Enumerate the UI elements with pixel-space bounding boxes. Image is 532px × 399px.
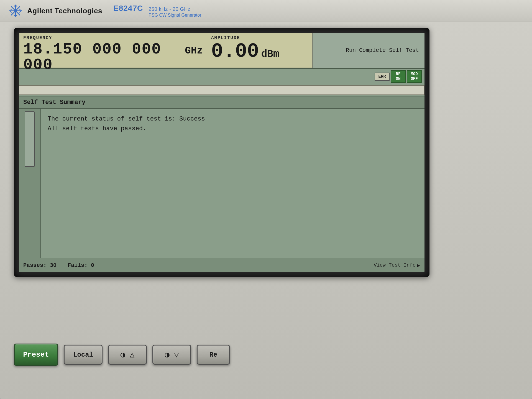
amplitude-unit: dBm	[261, 48, 279, 60]
preset-button[interactable]: Preset	[14, 344, 58, 366]
logo-area: Agilent Technologies	[8, 4, 102, 18]
frequency-unit: GHz	[185, 45, 203, 57]
view-test-label: View Test Info	[374, 262, 416, 268]
section-title-bar: Self Test Summary	[19, 96, 424, 109]
agilent-logo-icon	[8, 4, 23, 18]
section-title: Self Test Summary	[23, 99, 85, 106]
instrument-body: Agilent Technologies E8247C 250 kHz - 20…	[0, 0, 532, 399]
frequency-display: FREQUENCY 18.150 000 000 000 GHz	[19, 33, 207, 68]
model-description: PSG CW Signal Generator	[149, 13, 201, 18]
view-test-info-button[interactable]: View Test Info ▶	[374, 262, 420, 269]
model-number: E8247C	[113, 4, 143, 13]
err-button[interactable]: ERR	[375, 73, 390, 81]
screen-bottom-bar: Passes: 30 Fails: 0 View Test Info ▶	[19, 258, 424, 272]
amplitude-value: 0.00	[211, 42, 259, 62]
re-button[interactable]: Re	[197, 345, 230, 365]
model-freq-range: 250 kHz - 20 GHz	[149, 6, 201, 12]
frequency-value: 18.150 000 000 000	[23, 42, 183, 73]
header-bar: Agilent Technologies E8247C 250 kHz - 20…	[0, 0, 532, 22]
brightness-up-icon: ◑ △	[121, 350, 135, 359]
rf-on-button[interactable]: RF ON	[391, 70, 406, 83]
frequency-label: FREQUENCY	[23, 35, 203, 40]
scroll-panel	[19, 109, 41, 258]
view-test-arrow-icon: ▶	[417, 262, 420, 269]
input-bar	[19, 85, 424, 95]
svg-point-12	[14, 9, 17, 12]
content-main: The current status of self test is: Succ…	[41, 109, 424, 258]
self-test-status-line1: The current status of self test is: Succ…	[48, 114, 418, 124]
screen-display: FREQUENCY 18.150 000 000 000 GHz AMPLITU…	[19, 33, 424, 272]
screen-content: The current status of self test is: Succ…	[19, 109, 424, 258]
fails-count: Fails: 0	[68, 262, 94, 268]
softkey-top-area: Run Complete Self Test	[313, 33, 424, 68]
company-name: Agilent Technologies	[27, 7, 102, 15]
screen-top-row: FREQUENCY 18.150 000 000 000 GHz AMPLITU…	[19, 33, 424, 69]
front-panel: Preset Local ◑ △ ◑ ▽ Re	[14, 321, 518, 388]
local-button-container: Local	[64, 345, 103, 365]
brightness-up-button[interactable]: ◑ △	[108, 345, 147, 365]
re-button-container: Re	[197, 345, 230, 365]
amplitude-display: AMPLITUDE 0.00 dBm	[207, 33, 313, 68]
brightness-down-icon: ◑ ▽	[165, 350, 179, 359]
amplitude-label: AMPLITUDE	[211, 35, 308, 40]
preset-button-container: Preset	[14, 344, 58, 366]
brightness-down-button-container: ◑ ▽	[152, 345, 191, 365]
self-test-status-line2: All self tests have passed.	[48, 124, 418, 134]
screen-outer: FREQUENCY 18.150 000 000 000 GHz AMPLITU…	[14, 28, 429, 277]
mod-off-button[interactable]: MOD OFF	[407, 70, 422, 83]
brightness-up-button-container: ◑ △	[108, 345, 147, 365]
scroll-indicator	[25, 111, 35, 167]
local-button[interactable]: Local	[64, 345, 103, 365]
run-complete-self-test-label[interactable]: Run Complete Self Test	[346, 47, 419, 54]
passes-count: Passes: 30	[23, 262, 57, 268]
brightness-down-button[interactable]: ◑ ▽	[152, 345, 191, 365]
